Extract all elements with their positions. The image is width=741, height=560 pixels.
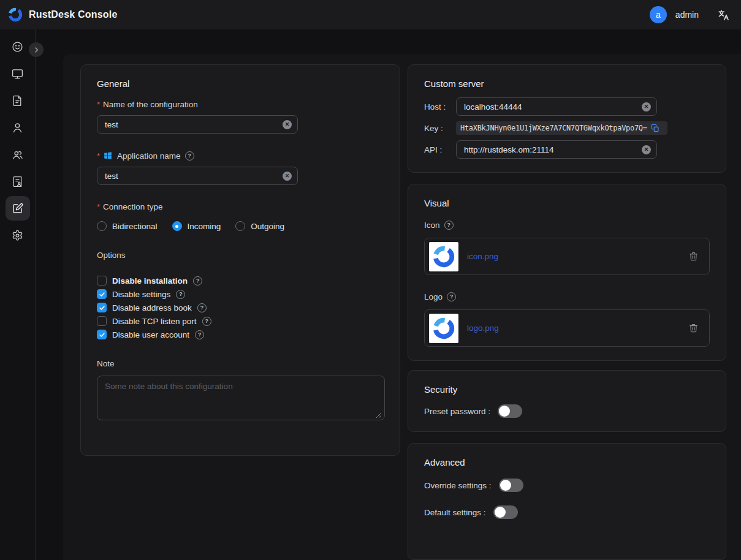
rustdesk-logo-icon bbox=[7, 7, 23, 23]
note-textarea[interactable] bbox=[97, 376, 385, 420]
key-label: Key : bbox=[424, 124, 456, 133]
application-name-label: * Application name ? bbox=[97, 151, 384, 161]
logo-file-row: logo.png bbox=[424, 309, 710, 347]
visual-card-title: Visual bbox=[424, 198, 710, 208]
help-icon[interactable]: ? bbox=[202, 317, 211, 326]
preset-password-label: Preset password : bbox=[424, 407, 490, 416]
radio-button[interactable] bbox=[97, 221, 107, 231]
api-input[interactable]: ✕ bbox=[456, 140, 657, 159]
clear-icon[interactable]: ✕ bbox=[642, 145, 651, 154]
main-panel: General * Name of the configuration ✕ * … bbox=[63, 54, 741, 560]
user-group-icon bbox=[11, 148, 24, 161]
help-icon[interactable]: ? bbox=[185, 151, 194, 161]
edit-icon bbox=[11, 202, 24, 215]
help-icon[interactable]: ? bbox=[193, 276, 202, 286]
checkbox-disable-settings[interactable]: Disable settings ? bbox=[97, 289, 384, 299]
name-input[interactable]: ✕ bbox=[97, 115, 298, 134]
general-card: General * Name of the configuration ✕ * … bbox=[80, 64, 400, 456]
sidebar bbox=[0, 29, 36, 560]
default-settings-toggle[interactable] bbox=[493, 505, 518, 519]
override-settings-row: Override settings : bbox=[424, 479, 710, 492]
host-input[interactable]: ✕ bbox=[456, 97, 657, 116]
user-avatar[interactable]: a bbox=[650, 6, 667, 23]
radio-incoming[interactable]: Incoming bbox=[172, 221, 221, 231]
host-input-field[interactable] bbox=[464, 102, 637, 112]
api-label: API : bbox=[424, 145, 456, 154]
sidebar-item-custom-clients[interactable] bbox=[6, 196, 30, 221]
icon-label: Icon ? bbox=[424, 221, 710, 230]
host-label: Host : bbox=[424, 102, 456, 112]
options-label: Options bbox=[97, 251, 384, 260]
gear-icon bbox=[11, 229, 24, 242]
document-user-icon bbox=[11, 175, 24, 188]
connection-type-radio-group: Bidirectional Incoming Outgoing bbox=[97, 221, 384, 231]
clear-icon[interactable]: ✕ bbox=[642, 102, 651, 112]
security-card-title: Security bbox=[424, 384, 710, 395]
key-text: HtaXBkJNHyn0e1U1jWXze7A7CN7QTGWqxkOtpaVp… bbox=[460, 124, 647, 132]
checkbox-box[interactable] bbox=[97, 303, 107, 312]
checkbox-box[interactable] bbox=[97, 330, 107, 339]
translate-icon[interactable] bbox=[717, 9, 730, 21]
default-settings-label: Default settings : bbox=[424, 508, 486, 517]
checkbox-box[interactable] bbox=[97, 316, 107, 326]
default-settings-row: Default settings : bbox=[424, 505, 710, 519]
checkbox-box[interactable] bbox=[97, 276, 107, 286]
sidebar-item-audit[interactable] bbox=[6, 88, 30, 113]
copy-icon[interactable] bbox=[651, 124, 659, 132]
custom-server-card-title: Custom server bbox=[424, 78, 710, 89]
sidebar-item-address-books[interactable] bbox=[6, 169, 30, 194]
help-icon[interactable]: ? bbox=[195, 330, 204, 339]
name-input-field[interactable] bbox=[105, 120, 278, 129]
trash-icon[interactable] bbox=[688, 323, 699, 333]
help-icon[interactable]: ? bbox=[176, 290, 185, 299]
note-textarea-wrap bbox=[97, 376, 384, 422]
chevron-right-icon bbox=[32, 46, 40, 54]
monitor-icon bbox=[11, 67, 24, 80]
help-icon[interactable]: ? bbox=[447, 292, 456, 301]
radio-outgoing[interactable]: Outgoing bbox=[235, 221, 284, 231]
logo-thumbnail bbox=[429, 314, 458, 343]
checkbox-disable-tcp-listen-port[interactable]: Disable TCP listen port ? bbox=[97, 316, 384, 326]
checkbox-disable-installation[interactable]: Disable installation ? bbox=[97, 276, 384, 286]
icon-file-link[interactable]: icon.png bbox=[467, 252, 498, 261]
app-title: RustDesk Console bbox=[29, 9, 118, 20]
override-settings-toggle[interactable] bbox=[499, 479, 523, 492]
api-input-field[interactable] bbox=[464, 145, 637, 154]
custom-server-card: Custom server Host : ✕ Key : HtaXBkJNHyn… bbox=[408, 64, 726, 173]
override-settings-label: Override settings : bbox=[424, 481, 492, 490]
application-name-input-field[interactable] bbox=[105, 172, 278, 181]
logo-file-link[interactable]: logo.png bbox=[467, 324, 499, 333]
icon-file-row: icon.png bbox=[424, 238, 710, 275]
radio-button[interactable] bbox=[172, 221, 182, 231]
top-bar: RustDesk Console a admin bbox=[0, 0, 741, 29]
trash-icon[interactable] bbox=[688, 251, 699, 262]
sidebar-item-settings[interactable] bbox=[6, 223, 30, 248]
document-icon bbox=[11, 94, 24, 107]
radio-bidirectional[interactable]: Bidirectional bbox=[97, 221, 158, 231]
help-icon[interactable]: ? bbox=[197, 303, 207, 312]
sidebar-item-groups[interactable] bbox=[6, 142, 30, 167]
sidebar-item-dashboard[interactable] bbox=[6, 34, 30, 59]
required-asterisk: * bbox=[97, 100, 100, 109]
clear-icon[interactable]: ✕ bbox=[283, 172, 292, 181]
preset-password-toggle[interactable] bbox=[498, 404, 522, 418]
sidebar-collapse-button[interactable] bbox=[29, 42, 44, 57]
application-name-input[interactable]: ✕ bbox=[97, 167, 298, 185]
sidebar-item-users[interactable] bbox=[6, 115, 30, 140]
checkbox-disable-address-book[interactable]: Disable address book ? bbox=[97, 303, 384, 312]
clear-icon[interactable]: ✕ bbox=[283, 120, 292, 129]
visual-card: Visual Icon ? icon.png Logo ? bbox=[408, 184, 726, 361]
radio-button[interactable] bbox=[235, 221, 245, 231]
brand: RustDesk Console bbox=[7, 7, 118, 23]
connection-type-label: * Connection type bbox=[97, 202, 384, 211]
preset-password-row: Preset password : bbox=[424, 404, 710, 418]
note-label: Note bbox=[97, 359, 384, 368]
checkbox-box[interactable] bbox=[97, 289, 107, 299]
username[interactable]: admin bbox=[675, 10, 699, 20]
help-icon[interactable]: ? bbox=[444, 221, 454, 230]
required-asterisk: * bbox=[97, 202, 100, 211]
key-value-chip[interactable]: HtaXBkJNHyn0e1U1jWXze7A7CN7QTGWqxkOtpaVp… bbox=[456, 121, 667, 135]
sidebar-item-devices[interactable] bbox=[6, 61, 30, 86]
checkbox-disable-user-account[interactable]: Disable user account ? bbox=[97, 330, 384, 339]
advanced-card: Advanced Override settings : Default set… bbox=[408, 443, 726, 560]
